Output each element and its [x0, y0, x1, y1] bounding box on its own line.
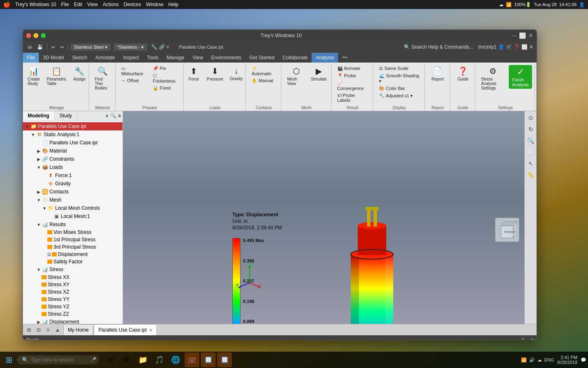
search-commands[interactable]: 🔍 Search Help & Commands... [404, 44, 473, 50]
cube-gizmo[interactable]: FRONT [495, 218, 519, 242]
taskbar-chrome[interactable]: 🌐 [168, 352, 183, 367]
taskbar-spotify[interactable]: 🎵 [152, 352, 167, 367]
qa-more1[interactable]: 🔧 [151, 44, 157, 50]
tab-layout-btn4[interactable]: ▲ [53, 324, 62, 335]
adjusted-button[interactable]: 🔧 Adjusted x1 ▾ [376, 92, 422, 99]
guide-button[interactable]: ❓ Guide [454, 65, 472, 83]
fit-btn[interactable]: ⬜ [526, 147, 536, 157]
user-icon[interactable]: 👤 [498, 44, 504, 50]
force-button[interactable]: ⬆ Force [185, 65, 203, 83]
apple-icon[interactable]: 🍎 [3, 1, 10, 8]
animate-button[interactable]: 🎬 Animate [335, 65, 371, 72]
file-menu[interactable]: File [61, 2, 69, 7]
lmc-expand[interactable]: ▼ [42, 206, 47, 211]
gravity-button[interactable]: ↓ Gravity [227, 65, 245, 82]
mesh-expand[interactable]: ▼ [36, 198, 42, 202]
tab-layout-btn2[interactable]: ⊟ [34, 324, 43, 335]
taskbar-clock[interactable]: 2:41 PM 8/28/2018 [557, 355, 577, 365]
tree-item-stress-xy[interactable]: Stress XY [23, 281, 122, 288]
disp-grp-expand[interactable]: ▶ [36, 320, 42, 324]
menu-3dmodel[interactable]: 3D Model [39, 53, 68, 63]
tree-item-material[interactable]: ▶ 🎨 Material [23, 147, 122, 155]
taskbar-folder[interactable]: 📁 [136, 352, 150, 367]
tree-item-mesh[interactable]: ▼ ⬡ Mesh [23, 196, 122, 204]
tree-item-displacement[interactable]: ☑ Displacement [23, 251, 122, 258]
create-study-button[interactable]: 📊 CreateStudy [24, 65, 42, 87]
menu-view[interactable]: View [189, 53, 207, 63]
tree-item-local-mesh-controls[interactable]: ▼ 📁 Local Mesh Controls [23, 204, 122, 212]
titlebar-restore-btn[interactable]: ⬜ [519, 32, 526, 39]
qa-add[interactable]: + [167, 44, 169, 50]
tree-item-part[interactable]: 📄 Parallels Use Case.ipt [23, 139, 122, 147]
fixed-button[interactable]: 🔒 Fixed [150, 85, 181, 92]
app-name[interactable]: Trey's Windows 10 [15, 2, 56, 7]
report-button[interactable]: 📄 Report [429, 65, 447, 83]
taskbar-app3[interactable]: 🔲 [217, 352, 232, 367]
gravity-expand[interactable] [42, 182, 47, 186]
tree-item-stress-yy[interactable]: Stress YY [23, 296, 122, 303]
tree-item-results[interactable]: ▼ 📊 Results [23, 220, 122, 229]
window-restore2[interactable]: ⬜ [521, 44, 528, 50]
material-dropdown[interactable]: Stainless Steel ▾ [71, 44, 111, 51]
static-expand[interactable]: ▼ [30, 132, 36, 137]
taskbar-app1[interactable]: 💼 [185, 352, 199, 367]
tree-item-von-mises[interactable]: Von Mises Stress [23, 229, 122, 236]
tree-item-displacement-grp[interactable]: ▶ 📊 Displacement [23, 318, 122, 324]
disp-checkbox[interactable]: ☑ [47, 252, 51, 257]
tab-my-home[interactable]: My Home [63, 324, 93, 335]
select-btn[interactable]: ↖ [526, 159, 536, 168]
probe-button[interactable]: 📍 Probe [335, 72, 371, 79]
qa-more2[interactable]: 🔗 [159, 44, 165, 50]
frictionless-button[interactable]: ⬡ Frictionless [150, 72, 181, 84]
pressure-button[interactable]: ⬇ Pressure [205, 65, 226, 83]
menu-getstarted[interactable]: Get Started [245, 53, 278, 63]
window-menu[interactable]: Window [146, 2, 163, 7]
tab-parallels-close[interactable]: ✕ [149, 328, 152, 332]
menu-annotate[interactable]: Annotate [91, 53, 119, 63]
p1-expand[interactable] [42, 238, 47, 242]
study-tab[interactable]: Study [55, 111, 78, 120]
window-minimize-button[interactable] [33, 33, 38, 38]
window-maximize-button[interactable] [41, 33, 46, 38]
measure-btn[interactable]: 📏 [526, 170, 536, 180]
window-close2[interactable]: ✕ [529, 44, 533, 50]
stainless-dropdown[interactable]: *Stainless - ▾ [114, 44, 147, 51]
menu-file[interactable]: File [23, 53, 39, 63]
pan-btn[interactable]: ⊙ [526, 113, 536, 123]
menu-extras[interactable]: ••• [338, 53, 352, 63]
tree-item-principal3[interactable]: 3rd Principal Stress [23, 243, 122, 251]
loads-expand[interactable]: ▼ [36, 165, 42, 170]
tree-item-stress-grp[interactable]: ▼ 📊 Stress [23, 265, 122, 274]
tree-item-local-mesh1[interactable]: ▣ Local Mesh:1 [23, 212, 122, 220]
color-bar-button[interactable]: 🎨 Color Bar [376, 85, 422, 92]
smooth-shading-button[interactable]: 🌊 Smooth Shading ▾ [376, 72, 422, 85]
disp-expand[interactable] [42, 252, 47, 257]
zoom-btn[interactable]: 🔍 [526, 136, 536, 146]
menu-inspect[interactable]: Inspect [119, 53, 143, 63]
material-expand[interactable]: ▶ [36, 149, 42, 153]
stress-grp-expand[interactable]: ▼ [36, 267, 42, 272]
menu-collaborate[interactable]: Collaborate [278, 53, 312, 63]
taskbar-notification-icon[interactable]: 💬 [581, 357, 586, 363]
tree-item-force1[interactable]: ⬆ Force:1 [23, 171, 122, 180]
taskbar-lang[interactable]: ENG [544, 357, 554, 362]
help-menu[interactable]: Help [168, 2, 178, 7]
menu-analysis[interactable]: Analysis [312, 53, 338, 63]
taskbar-settings[interactable]: ⚙ [119, 352, 134, 367]
tree-item-stress-yz[interactable]: Stress YZ [23, 303, 122, 310]
window-close-button[interactable] [26, 33, 31, 38]
p3-expand[interactable] [42, 245, 47, 249]
root-expand[interactable]: ▼ [24, 124, 30, 129]
lm1-expand[interactable] [47, 214, 53, 219]
qa-redo[interactable]: ↪ [58, 44, 65, 51]
viewport[interactable]: Type: Displacement Unit: in 8/28/2018, 2… [123, 111, 524, 324]
tree-item-principal1[interactable]: 1st Principal Stress [23, 236, 122, 243]
rotate-btn[interactable]: ↻ [526, 124, 536, 134]
tree-item-stress-xz[interactable]: Stress XZ [23, 288, 122, 296]
qa-open[interactable]: 🗁 [26, 44, 34, 50]
manual-button[interactable]: ✋ Manual [249, 77, 278, 84]
pin-button[interactable]: 📌 Pin [150, 65, 181, 72]
cart-icon[interactable]: 🛒 [506, 44, 512, 50]
midsurface-button[interactable]: ▭ Midsurface [119, 65, 149, 77]
mesh-view-button[interactable]: ⬡ Mesh View [285, 65, 307, 87]
